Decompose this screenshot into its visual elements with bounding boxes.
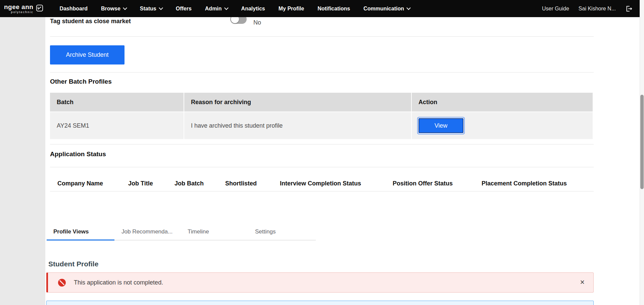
alert-message: This application is not completed. [74,279,163,286]
divider [50,36,594,37]
cell-batch: AY24 SEM1 [50,112,184,139]
main-content: Tag student as close market No Archive S… [45,17,640,305]
alert-close-button[interactable]: × [580,278,585,286]
user-guide-link[interactable]: User Guide [542,6,569,12]
tab-settings[interactable]: Settings [255,228,276,235]
nav-item-offers[interactable]: Offers [169,0,198,17]
nav-item-label: Analytics [241,6,265,12]
logo-mark-icon [36,4,43,13]
nav-item-communication[interactable]: Communication [357,0,417,17]
close-market-row: Tag student as close market No [45,17,640,36]
view-button[interactable]: View [418,118,463,133]
scrollbar-track[interactable] [640,0,644,305]
close-market-label: Tag student as close market [50,18,131,25]
app-logo[interactable]: ngee ann polytechnic [4,4,43,14]
tab-profile-views[interactable]: Profile Views [53,228,89,235]
column-header-placement-completion: Placement Completion Status [482,180,567,187]
active-tab-indicator [47,239,114,241]
close-market-value: No [253,19,261,26]
nav-item-browse[interactable]: Browse [94,0,133,17]
scrollbar-thumb[interactable] [640,95,644,189]
info-box-partial [46,301,594,305]
column-header-batch: Batch [50,93,184,112]
nav-item-status[interactable]: Status [133,0,169,17]
cell-action: View [412,112,593,139]
user-menu[interactable]: Sai Kishore N... [579,6,616,12]
nav-item-label: Offers [176,6,192,12]
column-header-reason: Reason for archiving [184,93,412,112]
logo-text: ngee ann polytechnic [4,4,33,14]
column-header-action: Action [412,93,593,112]
column-header-job-batch: Job Batch [175,180,204,187]
column-header-interview-completion: Interview Completion Status [280,180,361,187]
column-header-shortlisted: Shortlisted [225,180,257,187]
divider [50,72,594,73]
nav-item-label: Admin [205,6,222,12]
nav-item-analytics[interactable]: Analytics [235,0,272,17]
application-status-header-row: Company Name Job Title Job Batch Shortli… [50,167,594,191]
tabs: Profile Views Job Recommenda... Timeline… [47,224,318,241]
close-market-toggle[interactable] [230,17,247,24]
nav-item-my-profile[interactable]: My Profile [272,0,311,17]
table-header-row: Batch Reason for archiving Action [50,93,593,112]
nav-item-label: Communication [363,6,404,12]
table-row: AY24 SEM1 I have archived this student p… [50,112,593,139]
nav-item-label: Notifications [317,6,350,12]
chevron-down-icon [224,6,229,10]
nav-item-label: Status [140,6,156,12]
column-header-position-offer: Position Offer Status [393,180,453,187]
incomplete-application-alert: This application is not completed. × [46,272,594,293]
chevron-down-icon [406,6,411,10]
toggle-knob [231,17,239,23]
application-status-heading: Application Status [50,150,640,158]
logout-icon[interactable] [625,5,633,12]
nav-item-dashboard[interactable]: Dashboard [53,0,94,17]
column-header-job-title: Job Title [128,180,153,187]
error-block-icon [58,279,66,287]
column-header-company-name: Company Name [57,180,103,187]
divider [50,144,594,144]
chevron-down-icon [159,6,163,10]
nav-items: Dashboard Browse Status Offers Admin Ana… [53,0,417,17]
nav-item-label: My Profile [279,6,304,12]
nav-item-notifications[interactable]: Notifications [311,0,357,17]
archive-student-button[interactable]: Archive Student [50,45,125,64]
top-nav: ngee ann polytechnic Dashboard Browse St… [0,0,644,17]
nav-item-label: Browse [101,6,120,12]
tab-job-recommendations[interactable]: Job Recommenda... [121,228,172,235]
nav-right: User Guide Sai Kishore N... [542,5,633,12]
logo-line1: ngee ann [4,4,33,10]
chevron-down-icon [123,6,127,10]
nav-item-label: Dashboard [59,6,88,12]
cell-reason: I have archived this student profile [184,112,412,139]
other-batch-profiles-table: Batch Reason for archiving Action AY24 S… [50,93,593,139]
other-batch-profiles-heading: Other Batch Profiles [50,78,640,85]
nav-item-admin[interactable]: Admin [198,0,235,17]
student-profile-heading: Student Profile [48,260,640,268]
logo-line2: polytechnic [11,11,33,14]
tab-timeline[interactable]: Timeline [188,228,209,235]
